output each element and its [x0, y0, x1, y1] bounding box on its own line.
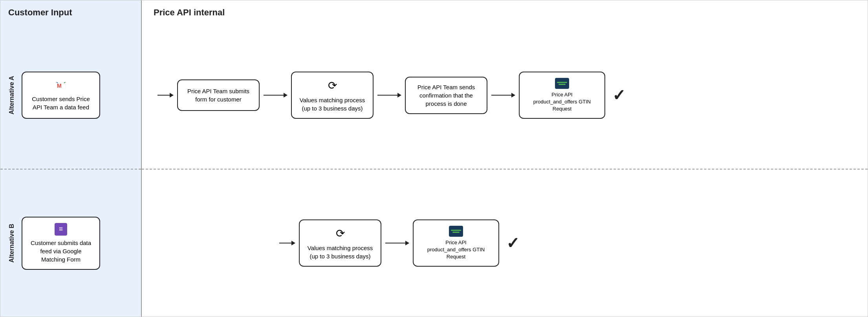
checkmark-a: ✓: [612, 86, 626, 104]
right-panel: Price API internal Price API Team submit…: [142, 0, 868, 317]
arrow-b1: [385, 243, 409, 243]
refresh-icon-a: ⟳: [328, 78, 337, 93]
alt-b-label: Alternative B: [8, 224, 15, 263]
left-panel-header: Customer Input: [0, 0, 141, 22]
api-icon-b: [449, 226, 463, 237]
flow-a-step4-text: Price API product_and_offers GTIN Reques…: [527, 91, 597, 113]
arrow-line-a1: [264, 95, 287, 96]
alt-b-customer-box: ≡ Customer submits data feed via Google …: [22, 217, 100, 270]
flow-row-b: ⟳ Values matching process (up to 3 busin…: [142, 170, 868, 317]
alt-a-left-row: Alternative A M Customer sends Price A: [0, 22, 141, 170]
api-line-b1: [451, 230, 461, 231]
diagram-wrapper: Customer Input Alternative A M: [0, 0, 868, 317]
api-line-b2: [452, 232, 460, 233]
flow-row-a: Price API Team submits form for customer…: [142, 22, 868, 170]
api-icon-a: [555, 78, 569, 89]
arrow-line-b1: [385, 243, 409, 243]
flow-b-step1-box: ⟳ Values matching process (up to 3 busin…: [299, 219, 381, 266]
flow-b-step2-box: Price API product_and_offers GTIN Reques…: [413, 219, 499, 267]
forms-icon-inner: ≡: [59, 224, 63, 234]
alt-b-left-row: Alternative B ≡ Customer submits data fe…: [0, 170, 141, 317]
arrow-line-a2: [377, 95, 401, 96]
api-line-2: [559, 84, 566, 85]
flow-a-step2-box: ⟳ Values matching process (up to 3 busin…: [291, 72, 374, 118]
forms-icon: ≡: [55, 223, 67, 236]
flow-b-step1-text: Values matching process (up to 3 busines…: [308, 244, 373, 260]
right-panel-header: Price API internal: [142, 0, 868, 22]
refresh-icon-b: ⟳: [336, 226, 345, 241]
flow-a-step1-text: Price API Team submits form for customer: [185, 87, 252, 103]
arrow-line-a3: [491, 95, 515, 96]
alt-a-label: Alternative A: [8, 76, 15, 114]
checkmark-b: ✓: [506, 234, 520, 252]
alt-a-customer-text: Customer sends Price API Team a data fee…: [29, 95, 92, 111]
flow-section-a: Price API Team submits form for customer…: [154, 72, 856, 119]
flow-a-step1-box: Price API Team submits form for customer: [177, 79, 260, 111]
alt-b-customer-text: Customer submits data feed via Google Ma…: [29, 239, 92, 264]
arrow-line-a0: [157, 95, 173, 96]
flow-a-step4-box: Price API product_and_offers GTIN Reques…: [519, 72, 605, 119]
arrow-a0: [157, 95, 173, 96]
arrow-line-b0: [279, 243, 295, 243]
arrow-b0: [279, 243, 295, 243]
arrow-a2: [377, 95, 401, 96]
arrow-a1: [264, 95, 287, 96]
flow-a-step3-text: Price API Team sends confirmation that t…: [413, 83, 480, 108]
left-panel: Customer Input Alternative A M: [0, 0, 142, 317]
gmail-icon: M: [55, 79, 67, 92]
flow-a-step3-box: Price API Team sends confirmation that t…: [405, 77, 487, 114]
flow-a-step2-text: Values matching process (up to 3 busines…: [300, 96, 365, 112]
svg-text:M: M: [57, 83, 62, 89]
alt-a-customer-box: M Customer sends Price API Team a data f…: [22, 72, 100, 119]
flow-section-b: ⟳ Values matching process (up to 3 busin…: [154, 219, 856, 267]
flow-b-step2-text: Price API product_and_offers GTIN Reques…: [421, 239, 491, 261]
arrow-a3: [491, 95, 515, 96]
api-line-1: [557, 82, 567, 83]
